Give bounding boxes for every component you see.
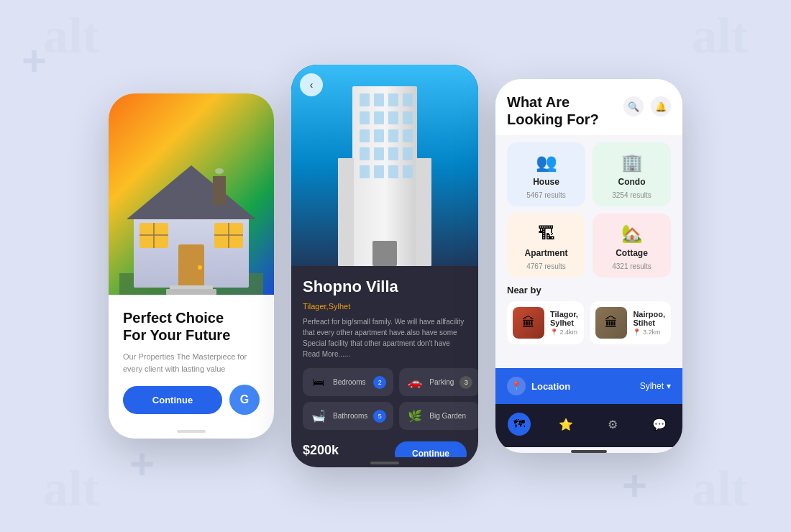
svg-marker-2 [127,165,256,219]
phone-1-hero-image [109,93,274,295]
bath-icon: 🛁 [310,409,327,423]
nav-item-chat[interactable]: 💬 [648,413,671,436]
svg-rect-31 [403,147,413,160]
category-apartment[interactable]: 🏗 Apartment 4767 results [507,214,585,278]
amenity-bathrooms: 🛁 Bathrooms 5 [303,402,393,430]
nearby-name-2: Nairpoo,Stihet [633,310,665,327]
svg-rect-30 [388,147,398,160]
phones-container: Perfect Choice For Your Future Our Prope… [109,65,682,467]
nav-item-settings[interactable]: ⚙ [601,413,624,436]
nearby-title: Near by [507,285,671,295]
deco-logo-2: alt [692,7,748,65]
nearby-thumb-1: 🏛 [513,307,544,339]
svg-point-6 [198,265,202,270]
phone-1-subtitle: Our Properties The Masterpiece for every… [123,351,260,375]
svg-rect-33 [374,165,384,178]
phone-2-indicator [370,462,399,464]
bedrooms-badge: 2 [373,376,386,389]
phone-1: Perfect Choice For Your Future Our Prope… [109,93,274,439]
location-left: 📍 Location [507,377,570,395]
amenity-garden-label: Big Garden [429,412,466,420]
svg-rect-25 [374,129,384,142]
chevron-down-icon: ▾ [667,381,671,391]
phone-3-header: What Are Looking For? 🔍 🔔 [495,79,682,135]
bed-icon: 🛏 [310,376,327,389]
svg-rect-28 [360,147,370,160]
svg-rect-18 [388,93,398,106]
nearby-dist-1: 📍 2.4km [550,329,578,336]
nearby-tilagor[interactable]: 🏛 Tilagor,Sylhet 📍 2.4km [507,301,584,344]
back-button[interactable]: ‹ [300,73,323,96]
category-house[interactable]: 👥 House 5467 results [507,142,585,206]
svg-rect-24 [360,129,370,142]
bathrooms-badge: 5 [373,410,386,423]
phone-2-hero-image: ‹ [291,65,478,266]
nearby-dist-2: 📍 3.2km [633,329,665,336]
map-icon: 🗺 [508,413,531,436]
svg-rect-34 [388,165,398,178]
svg-rect-38 [416,158,431,266]
svg-rect-22 [388,111,398,124]
nearby-section: Near by 🏛 Tilagor,Sylhet 📍 2.4km 🏛 Nairp… [495,285,682,352]
gear-icon: ⚙ [601,413,624,436]
amenity-bedrooms-label: Bedrooms [333,378,366,386]
cottage-category-count: 4321 results [612,262,651,270]
category-cottage[interactable]: 🏡 Cottage 4321 results [593,214,671,278]
deco-logo-4: alt [692,460,748,518]
svg-rect-20 [360,111,370,124]
nav-item-star[interactable]: ⭐ [554,413,577,436]
house-illustration [119,137,263,295]
apartment-category-name: Apartment [524,248,567,258]
location-value[interactable]: Sylhet ▾ [640,381,671,391]
nearby-grid: 🏛 Tilagor,Sylhet 📍 2.4km 🏛 Nairpoo,Stihe… [507,301,671,344]
location-icon: 📍 [507,377,526,395]
amenity-bedrooms: 🛏 Bedrooms 2 [303,368,393,396]
nearby-info-1: Tilagor,Sylhet 📍 2.4km [550,310,578,336]
svg-rect-16 [360,93,370,106]
phone-1-buttons: Continue G [123,385,260,415]
deco-logo-1: alt [43,7,99,65]
apartment-icon: 🏗 [538,224,555,244]
phone-3: What Are Looking For? 🔍 🔔 👥 House 5467 r… [495,79,682,453]
phone-1-indicator [177,430,206,433]
svg-rect-29 [374,147,384,160]
bell-icon-btn[interactable]: 🔔 [651,96,671,116]
chat-icon: 💬 [648,413,671,436]
house-category-name: House [533,177,559,187]
phone-3-title: What Are Looking For? [507,93,599,128]
svg-rect-35 [403,165,413,178]
svg-rect-17 [374,93,384,106]
svg-rect-27 [403,129,413,142]
phone-1-content: Perfect Choice For Your Future Our Prope… [109,295,274,430]
nearby-thumb-2: 🏛 [595,307,627,339]
cottage-icon: 🏡 [621,224,643,244]
nav-indicator [571,450,607,453]
continue-button[interactable]: Continue [123,386,222,414]
amenities-grid: 🛏 Bedrooms 2 🚗 Parking 3 🛁 Bathrooms 5 🌿… [303,368,467,430]
google-button[interactable]: G [229,385,260,415]
nearby-nairpoo[interactable]: 🏛 Nairpoo,Stihet 📍 3.2km [590,301,671,344]
condo-icon: 🏢 [621,152,643,173]
deco-plus-1: + [22,36,47,86]
category-condo[interactable]: 🏢 Condo 3254 results [593,142,671,206]
property-description: Perfeact for big/small family. We will h… [303,316,467,359]
property-location: Tilager,Sylhet [303,302,467,311]
parking-icon: 🚗 [406,375,424,389]
condo-category-count: 3254 results [612,191,651,199]
phone2-continue-button[interactable]: Continue [395,441,467,457]
phone-3-bottom-bar: 📍 Location Sylhet ▾ 🗺 ⭐ ⚙ [495,368,682,453]
house-category-count: 5467 results [526,191,565,199]
cottage-category-name: Cottage [616,248,648,258]
svg-rect-37 [338,158,354,266]
header-icons: 🔍 🔔 [623,93,671,116]
house-icon: 👥 [536,152,557,173]
nav-item-map[interactable]: 🗺 [508,413,531,436]
svg-rect-19 [403,93,413,106]
building-illustration [327,72,442,266]
star-icon: ⭐ [554,413,577,436]
parking-badge: 3 [459,376,472,389]
search-icon-btn[interactable]: 🔍 [623,96,644,116]
nearby-name-1: Tilagor,Sylhet [550,310,578,327]
amenity-bathrooms-label: Bathrooms [333,412,367,420]
amenity-parking: 🚗 Parking 3 [399,368,478,396]
